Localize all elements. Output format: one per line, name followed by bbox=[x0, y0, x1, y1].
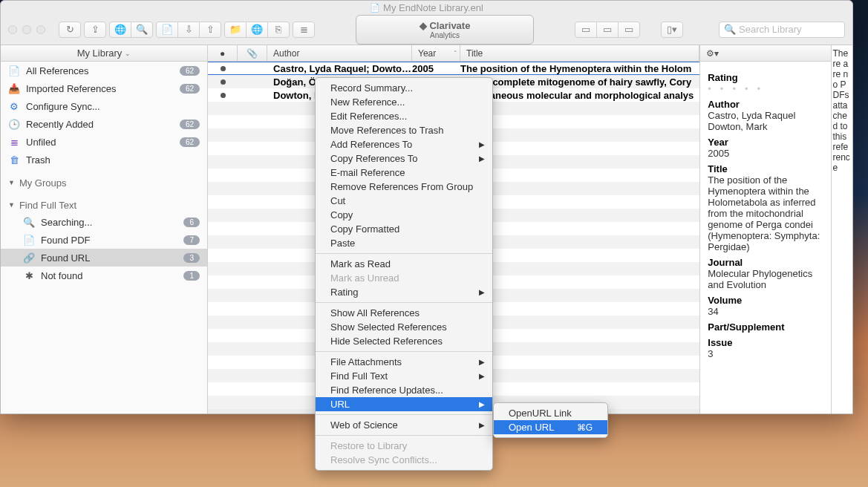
sidebar-item[interactable]: ⚙ Configure Sync... bbox=[1, 97, 207, 115]
group-my-groups[interactable]: ▼ My Groups bbox=[1, 174, 207, 191]
title-value: The position of the Hymenoptera within t… bbox=[708, 174, 823, 252]
mi-remove-from-group[interactable]: Remove References From Group bbox=[316, 180, 492, 194]
mi-copy-formatted[interactable]: Copy Formatted bbox=[316, 222, 492, 236]
mi-record-summary[interactable]: Record Summary... bbox=[316, 81, 492, 95]
search-input[interactable]: 🔍 Search Library bbox=[719, 22, 845, 38]
unread-dot bbox=[208, 79, 238, 85]
sidebar-item[interactable]: 🗑 Trash bbox=[1, 151, 207, 169]
part-label: Part/Supplement bbox=[708, 321, 823, 333]
mi-show-selected[interactable]: Show Selected References bbox=[316, 320, 492, 334]
search-placeholder: Search Library bbox=[739, 24, 802, 35]
traffic-lights[interactable] bbox=[8, 25, 45, 34]
sidebar-item[interactable]: 🕒 Recently Added 62 bbox=[1, 115, 207, 133]
format-button[interactable]: ≣ bbox=[293, 22, 315, 38]
import-button[interactable]: ⇩ bbox=[177, 22, 200, 38]
sidebar-item-icon: 🗑 bbox=[8, 154, 20, 166]
sidebar-item-label: Not found bbox=[41, 270, 82, 281]
journal-label: Journal bbox=[708, 257, 823, 268]
count-badge: 1 bbox=[183, 271, 200, 281]
sidebar-item[interactable]: ✱ Not found 1 bbox=[1, 267, 207, 284]
unread-dot bbox=[208, 93, 238, 98]
sidebar-item-icon: 📄 bbox=[8, 65, 20, 76]
mi-email-reference[interactable]: E-mail Reference bbox=[316, 166, 492, 180]
pdf-panel-button[interactable]: ▭ bbox=[618, 22, 640, 38]
pdf-side-panel: There are no PDFs attached to this refer… bbox=[831, 45, 852, 414]
gear-icon[interactable]: ⚙▾ bbox=[706, 48, 719, 59]
export-button[interactable]: ⇧ bbox=[199, 22, 221, 38]
preview-panel: ⚙▾ Rating ••••• Author Castro, Lyda Raqu… bbox=[699, 45, 830, 414]
sidebar-item-icon: 🕒 bbox=[8, 119, 20, 130]
mi-web-of-science[interactable]: Web of Science▶ bbox=[316, 418, 492, 432]
tb-group-3: 📁 🌐 ⎘ bbox=[224, 22, 290, 38]
disclosure-triangle-icon: ▼ bbox=[8, 179, 15, 186]
mi-paste[interactable]: Paste bbox=[316, 236, 492, 250]
mi-open-url[interactable]: Open URL ⌘G bbox=[494, 420, 607, 434]
reference-panel-button[interactable]: ▭ bbox=[596, 22, 619, 38]
group-find-full-text[interactable]: ▼ Find Full Text bbox=[1, 197, 207, 213]
count-badge: 62 bbox=[180, 84, 200, 94]
journal-value: Molecular Phylogenetics and Evolution bbox=[708, 268, 823, 290]
find-button[interactable]: 🔍 bbox=[131, 22, 153, 38]
close-dot[interactable] bbox=[8, 25, 17, 34]
col-attachment[interactable]: 📎 bbox=[238, 45, 267, 61]
brand-sub: Analytics bbox=[430, 31, 460, 39]
mi-openurl-link[interactable]: OpenURL Link bbox=[494, 406, 607, 420]
new-ref-button[interactable]: 📄 bbox=[156, 22, 178, 38]
mi-file-attachments[interactable]: File Attachments▶ bbox=[316, 355, 492, 369]
submenu-arrow-icon: ▶ bbox=[479, 358, 485, 366]
sidebar-item-icon: 📄 bbox=[23, 235, 35, 246]
layout-button[interactable]: ▯▾ bbox=[661, 22, 683, 38]
separator bbox=[316, 351, 492, 352]
sidebar-header[interactable]: My Library ⌄ bbox=[1, 45, 207, 62]
sidebar-item[interactable]: 🔍 Searching... 6 bbox=[1, 213, 207, 231]
open-link-button[interactable]: 🌐 bbox=[246, 22, 268, 38]
mi-find-reference-updates[interactable]: Find Reference Updates... bbox=[316, 383, 492, 397]
sidebar-item[interactable]: ≣ Unfiled 62 bbox=[1, 133, 207, 151]
titlebar: 📄 My EndNote Library.enl bbox=[1, 1, 852, 14]
sidebar-item-icon: 🔗 bbox=[23, 252, 35, 264]
mi-hide-selected[interactable]: Hide Selected References bbox=[316, 334, 492, 348]
mi-rating[interactable]: Rating▶ bbox=[316, 285, 492, 299]
table-row[interactable]: Castro, Lyda Raquel; Dowto… 2005 The pos… bbox=[208, 62, 699, 75]
col-title[interactable]: Title bbox=[460, 45, 699, 61]
sidebar-item[interactable]: 📄 All References 62 bbox=[1, 62, 207, 79]
mi-edit-references[interactable]: Edit References... bbox=[316, 109, 492, 123]
mi-url[interactable]: URL▶ bbox=[316, 397, 492, 411]
clarivate-logo[interactable]: ◆ Clarivate Analytics bbox=[356, 15, 534, 45]
col-unread[interactable]: ● bbox=[208, 45, 238, 61]
quick-edit-button[interactable]: ▭ bbox=[575, 22, 597, 38]
sidebar-item-label: Recently Added bbox=[26, 119, 94, 130]
sidebar-item[interactable]: 🔗 Found URL 3 bbox=[1, 249, 207, 267]
sidebar-item[interactable]: 📥 Imported References 62 bbox=[1, 79, 207, 97]
mi-show-all[interactable]: Show All References bbox=[316, 306, 492, 320]
volume-label: Volume bbox=[708, 295, 823, 306]
sidebar-item[interactable]: 📄 Found PDF 7 bbox=[1, 231, 207, 249]
title-cell: Simultaneous molecular and morphological… bbox=[460, 90, 699, 101]
submenu-arrow-icon: ▶ bbox=[479, 140, 485, 148]
separator bbox=[316, 253, 492, 254]
open-folder-button[interactable]: 📁 bbox=[224, 22, 247, 38]
mi-new-reference[interactable]: New Reference... bbox=[316, 95, 492, 109]
mi-cut[interactable]: Cut bbox=[316, 194, 492, 208]
col-author[interactable]: Author bbox=[267, 45, 412, 61]
count-badge: 62 bbox=[180, 66, 200, 76]
mi-add-references-to[interactable]: Add References To▶ bbox=[316, 137, 492, 151]
mi-mark-as-read[interactable]: Mark as Read bbox=[316, 257, 492, 271]
insert-citation-button[interactable]: ⎘ bbox=[267, 22, 290, 38]
issue-value: 3 bbox=[708, 348, 823, 359]
mi-find-full-text[interactable]: Find Full Text▶ bbox=[316, 369, 492, 383]
sidebar-item-icon: 🔍 bbox=[23, 217, 35, 228]
share-button[interactable]: ⇪ bbox=[84, 22, 106, 38]
mi-copy[interactable]: Copy bbox=[316, 208, 492, 222]
list-header: ● 📎 Author Year Title bbox=[208, 45, 699, 62]
rating-value[interactable]: ••••• bbox=[708, 83, 823, 94]
zoom-dot[interactable] bbox=[36, 25, 45, 34]
mi-move-to-trash[interactable]: Move References to Trash bbox=[316, 123, 492, 137]
online-search-button[interactable]: 🌐 bbox=[109, 22, 131, 38]
sync-button[interactable]: ↻ bbox=[59, 22, 81, 38]
year-value: 2005 bbox=[708, 148, 823, 159]
mi-copy-references-to[interactable]: Copy References To▶ bbox=[316, 151, 492, 166]
minimize-dot[interactable] bbox=[22, 25, 31, 34]
col-year[interactable]: Year bbox=[412, 45, 460, 61]
window-title: My EndNote Library.enl bbox=[383, 2, 483, 13]
